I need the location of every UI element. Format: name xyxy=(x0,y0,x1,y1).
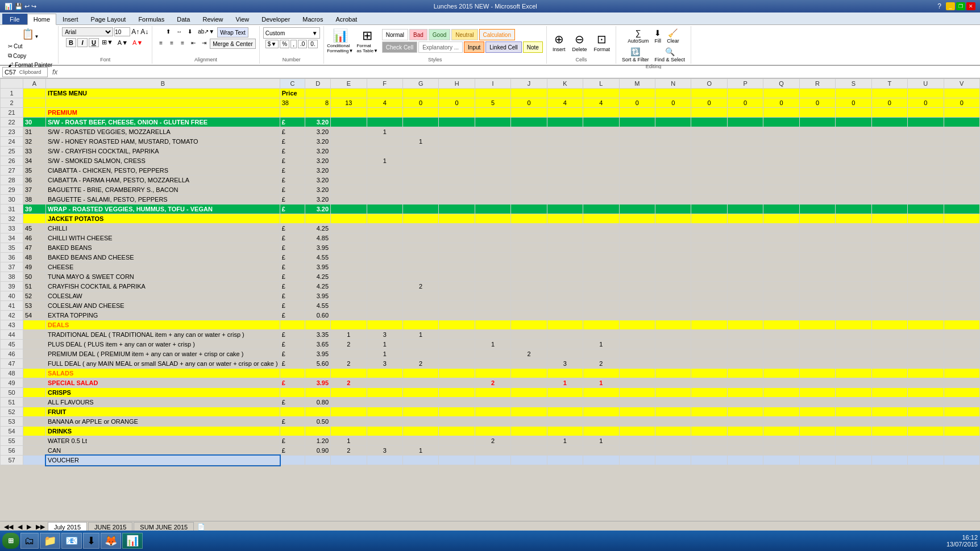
cell[interactable]: 0.60 xyxy=(305,311,331,320)
cell[interactable] xyxy=(871,359,907,369)
merge-center-button[interactable]: Merge & Center xyxy=(210,39,256,49)
cell[interactable] xyxy=(619,176,655,185)
tab-data[interactable]: Data xyxy=(171,14,196,24)
cell[interactable] xyxy=(331,398,367,407)
cell[interactable]: PREMIUM xyxy=(46,108,280,118)
cell[interactable]: WATER 0.5 Lt xyxy=(46,436,280,446)
cell[interactable]: 3.20 xyxy=(305,166,331,176)
cell[interactable] xyxy=(402,398,438,407)
format-button[interactable]: ⊡ Format xyxy=(591,31,612,53)
cell[interactable] xyxy=(475,311,510,320)
cell[interactable] xyxy=(619,320,655,330)
cell[interactable] xyxy=(583,282,619,291)
cell[interactable]: 1 xyxy=(331,436,367,446)
cell[interactable] xyxy=(691,427,727,436)
cell[interactable] xyxy=(547,156,583,166)
cell[interactable] xyxy=(871,156,907,166)
cell[interactable]: 39 xyxy=(23,204,46,214)
paste-button[interactable]: 📋 ▼ xyxy=(19,27,42,41)
cell[interactable] xyxy=(763,253,799,262)
cell[interactable] xyxy=(547,224,583,233)
cell[interactable] xyxy=(944,214,979,224)
cell[interactable] xyxy=(511,224,547,233)
window-controls[interactable]: ? _ ❐ ✕ xyxy=(934,2,975,10)
cell[interactable] xyxy=(836,166,871,176)
cell[interactable]: 3.20 xyxy=(305,127,331,137)
cell[interactable] xyxy=(944,137,979,147)
cell[interactable] xyxy=(547,456,583,465)
cell[interactable] xyxy=(475,330,510,340)
cell[interactable]: £ xyxy=(280,398,305,407)
increase-decimal-btn[interactable]: 0. xyxy=(308,40,317,48)
cell[interactable] xyxy=(331,369,367,378)
cell[interactable]: 3.20 xyxy=(305,156,331,166)
cell[interactable] xyxy=(836,185,871,195)
cell[interactable] xyxy=(691,253,727,262)
cell[interactable] xyxy=(511,456,547,465)
cell[interactable] xyxy=(511,359,547,369)
cell[interactable] xyxy=(583,185,619,195)
formula-input[interactable] xyxy=(62,69,978,76)
cell[interactable] xyxy=(475,166,510,176)
cell[interactable] xyxy=(583,301,619,311)
cell[interactable] xyxy=(944,108,979,118)
cell[interactable] xyxy=(475,176,510,185)
cell[interactable] xyxy=(836,118,871,127)
cell[interactable] xyxy=(871,330,907,340)
cell[interactable] xyxy=(799,195,835,204)
cell[interactable] xyxy=(23,349,46,359)
cell[interactable] xyxy=(655,301,691,311)
cell[interactable] xyxy=(871,446,907,456)
cell[interactable] xyxy=(583,262,619,272)
cell[interactable] xyxy=(655,233,691,243)
fill-color-icon[interactable]: A▼ xyxy=(116,38,130,47)
cell[interactable] xyxy=(691,456,727,465)
cell[interactable] xyxy=(871,224,907,233)
cell[interactable] xyxy=(402,436,438,446)
cell[interactable] xyxy=(908,291,944,301)
cell[interactable] xyxy=(367,147,402,156)
cell[interactable] xyxy=(23,98,46,108)
cell[interactable]: 38 xyxy=(280,98,305,108)
cell[interactable] xyxy=(583,224,619,233)
cell[interactable] xyxy=(655,436,691,446)
cell[interactable] xyxy=(908,214,944,224)
cell[interactable]: 0 xyxy=(836,98,871,108)
cell[interactable]: 3 xyxy=(367,330,402,340)
cell[interactable] xyxy=(871,378,907,388)
cell[interactable] xyxy=(439,446,475,456)
cell[interactable] xyxy=(511,147,547,156)
style-check-cell[interactable]: Check Cell xyxy=(382,41,417,53)
cell[interactable]: £ xyxy=(280,291,305,301)
cell[interactable] xyxy=(691,243,727,253)
cell[interactable] xyxy=(23,378,46,388)
cell[interactable] xyxy=(475,118,510,127)
cell[interactable]: 34 xyxy=(23,156,46,166)
cell[interactable]: 4.25 xyxy=(305,272,331,282)
cell[interactable] xyxy=(439,311,475,320)
cell[interactable] xyxy=(908,359,944,369)
cell[interactable] xyxy=(367,108,402,118)
cell[interactable] xyxy=(475,359,510,369)
cell[interactable] xyxy=(583,137,619,147)
cell[interactable] xyxy=(871,388,907,398)
cell[interactable]: COLESLAW AND CHEESE xyxy=(46,301,280,311)
cell[interactable] xyxy=(763,108,799,118)
cell[interactable] xyxy=(691,204,727,214)
cell[interactable] xyxy=(475,214,510,224)
cell[interactable] xyxy=(799,417,835,427)
cell[interactable] xyxy=(23,446,46,456)
cell[interactable] xyxy=(836,320,871,330)
cell[interactable]: £ xyxy=(280,272,305,282)
cell[interactable] xyxy=(799,176,835,185)
cell[interactable] xyxy=(799,330,835,340)
cell[interactable] xyxy=(871,214,907,224)
cell[interactable] xyxy=(871,204,907,214)
cell[interactable] xyxy=(619,340,655,349)
cell[interactable] xyxy=(836,253,871,262)
cell[interactable] xyxy=(367,388,402,398)
cell[interactable] xyxy=(547,349,583,359)
cell[interactable] xyxy=(727,176,763,185)
cell[interactable] xyxy=(367,427,402,436)
cell[interactable] xyxy=(727,378,763,388)
